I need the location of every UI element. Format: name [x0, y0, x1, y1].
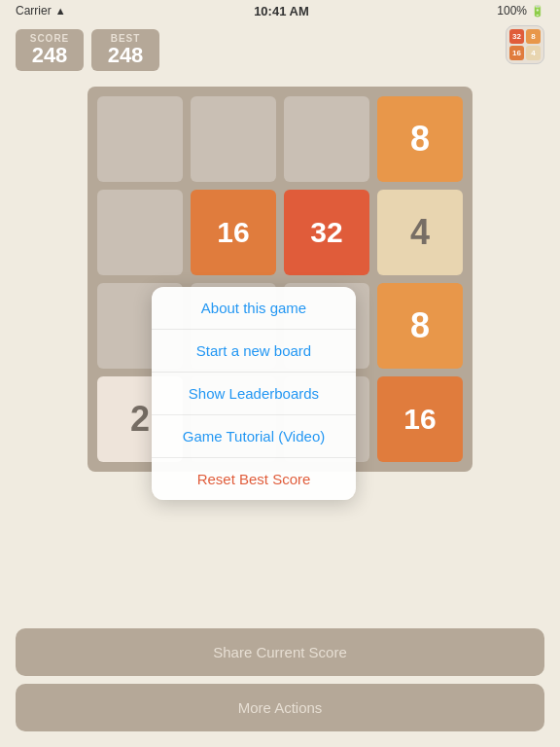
score-value: 248	[27, 44, 72, 67]
score-box: SCORE 248	[16, 29, 84, 71]
app-icon: 328164	[506, 25, 544, 64]
tile-0-1	[191, 96, 276, 182]
share-score-button[interactable]: Share Current Score	[16, 628, 544, 676]
tile-1-3: 4	[377, 190, 463, 275]
best-value: 248	[103, 44, 148, 67]
status-time: 10:41 AM	[254, 4, 309, 18]
status-bar: Carrier ▲ 10:41 AM 100% 🔋	[0, 0, 560, 21]
menu-item-3[interactable]: Game Tutorial (Video)	[152, 415, 356, 458]
context-menu: About this gameStart a new boardShow Lea…	[152, 287, 356, 500]
wifi-icon: ▲	[55, 5, 66, 17]
best-box: BEST 248	[91, 29, 159, 71]
tile-1-1: 16	[191, 190, 276, 275]
tile-1-0	[97, 190, 183, 275]
menu-item-2[interactable]: Show Leaderboards	[152, 373, 356, 415]
bottom-buttons: Share Current Score More Actions	[0, 621, 560, 747]
tile-3-3: 16	[377, 376, 463, 462]
battery-icon: 🔋	[531, 5, 544, 18]
menu-item-1[interactable]: Start a new board	[152, 330, 356, 373]
status-battery: 100% 🔋	[497, 4, 544, 18]
tile-0-0	[97, 96, 183, 182]
tile-2-3: 8	[377, 283, 463, 369]
status-carrier: Carrier ▲	[16, 4, 66, 18]
tile-0-3: 8	[377, 96, 463, 182]
tile-1-2: 32	[284, 190, 369, 275]
tile-0-2	[284, 96, 369, 182]
menu-item-4[interactable]: Reset Best Score	[152, 458, 356, 500]
menu-item-0[interactable]: About this game	[152, 287, 356, 330]
score-area: SCORE 248 BEST 248	[0, 21, 560, 79]
more-actions-button[interactable]: More Actions	[16, 684, 544, 731]
